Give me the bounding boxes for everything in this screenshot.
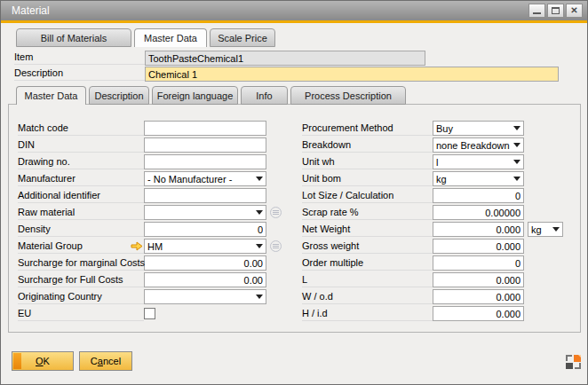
form-row-order-multiple: Order multiple: [302, 255, 563, 271]
form-row-net-weight: Net Weightkg: [302, 221, 563, 238]
label-manufacturer: Manufacturer: [18, 172, 144, 186]
detail-tabs: Master DataDescriptionForeign languageIn…: [16, 86, 406, 105]
procurement-method-dropdown[interactable]: Buy: [433, 121, 524, 136]
tab-info[interactable]: Info: [241, 86, 288, 105]
resize-corner-top-left: [566, 355, 572, 361]
dropdown-value: kg: [436, 174, 512, 185]
l-input[interactable]: [433, 272, 524, 287]
dropdown-arrow-icon: [256, 244, 263, 248]
label-unit-bom: Unit bom: [302, 172, 433, 186]
density-input[interactable]: [144, 222, 266, 237]
w-o-d-input[interactable]: [433, 289, 524, 304]
form-row-material-group: Material GroupHM: [18, 238, 282, 255]
maximize-icon: [552, 7, 560, 14]
gross-weight-input[interactable]: [433, 239, 524, 254]
maximize-button[interactable]: [547, 4, 564, 18]
drawing-no-input[interactable]: [144, 154, 266, 169]
cancel-button[interactable]: Cancel: [79, 351, 132, 371]
dropdown-value: HM: [147, 241, 254, 252]
dropdown-arrow-icon: [552, 227, 560, 232]
label-procurement-method: Procurement Method: [302, 122, 433, 136]
manufacturer-dropdown[interactable]: - No Manufacturer -: [144, 171, 266, 186]
eu-checkbox[interactable]: [144, 308, 155, 319]
label-surcharge-for-full-costs: Surcharge for Full Costs: [18, 273, 144, 287]
raw-material-dropdown[interactable]: [144, 205, 266, 220]
label-din: DIN: [18, 138, 144, 153]
tab-bill-of-materials[interactable]: Bill of Materials: [16, 28, 131, 47]
form-row-breakdown: Breakdownnone Breakdown: [302, 137, 563, 153]
label-unit-wh: Unit wh: [302, 155, 433, 169]
form-row-gross-weight: Gross weight: [302, 238, 563, 255]
form-row-w-o-d: W / o.d: [302, 288, 563, 305]
minimize-icon: [533, 12, 541, 14]
dropdown-arrow-icon: [513, 143, 520, 147]
label-gross-weight: Gross weight: [302, 240, 433, 254]
surcharge-for-full-costs-input[interactable]: [144, 272, 266, 287]
window-title: Material: [12, 4, 50, 17]
dropdown-value: none Breakdown: [436, 140, 512, 151]
order-multiple-input[interactable]: [433, 255, 524, 271]
unit-bom-dropdown[interactable]: kg: [433, 171, 524, 186]
surcharge-for-marginal-costs-input[interactable]: [144, 255, 266, 271]
form-row-match-code: Match code: [18, 120, 282, 137]
label-net-weight: Net Weight: [302, 223, 433, 237]
label-material-group: Material Group: [18, 240, 144, 254]
selection-list-icon[interactable]: [270, 207, 282, 218]
label-raw-material: Raw material: [18, 206, 144, 220]
tab-master-data[interactable]: Master Data: [134, 28, 207, 47]
label-breakdown: Breakdown: [302, 138, 433, 153]
form-row-unit-bom: Unit bomkg: [302, 170, 563, 187]
form-row-surcharge-for-marginal-costs: Surcharge for marginal Costs: [18, 255, 282, 271]
tab-master-data[interactable]: Master Data: [16, 86, 86, 105]
description-label: Description: [14, 67, 145, 81]
h-i-d-input[interactable]: [433, 306, 524, 321]
form-row-eu: EU: [18, 305, 282, 322]
match-code-input[interactable]: [144, 121, 266, 136]
form-row-surcharge-for-full-costs: Surcharge for Full Costs: [18, 271, 282, 288]
accent-line: [1, 20, 587, 23]
dropdown-arrow-icon: [256, 295, 263, 299]
form-row-density: Density: [18, 221, 282, 238]
breakdown-dropdown[interactable]: none Breakdown: [433, 138, 524, 153]
tab-scale-price[interactable]: Scale Price: [210, 28, 275, 47]
unit-wh-dropdown[interactable]: l: [433, 154, 524, 169]
form-row-drawing-no: Drawing no.: [18, 153, 282, 170]
scrap-rate-input[interactable]: [433, 205, 524, 220]
label-w-o-d: W / o.d: [302, 290, 433, 304]
form-row-manufacturer: Manufacturer- No Manufacturer -: [18, 170, 282, 187]
tab-process-description[interactable]: Process Description: [290, 86, 406, 105]
net-weight-input[interactable]: [433, 222, 524, 237]
dropdown-arrow-icon: [513, 177, 520, 181]
form-row-originating-country: Originating Country: [18, 288, 282, 305]
form-row-additional-identifier: Additional identifier: [18, 187, 282, 204]
originating-country-dropdown[interactable]: [144, 289, 266, 304]
net-weight-unit-dropdown[interactable]: kg: [528, 222, 563, 237]
minimize-button[interactable]: [528, 4, 545, 18]
form-row-lot-size-calculation: Lot Size / Calculation: [302, 187, 563, 204]
item-row: Item: [14, 51, 425, 66]
label-density: Density: [18, 223, 144, 237]
material-group-dropdown[interactable]: HM: [144, 239, 266, 254]
tab-description[interactable]: Description: [89, 86, 149, 105]
form-resize-icon[interactable]: [566, 355, 581, 369]
dropdown-value: l: [436, 157, 512, 168]
ok-button[interactable]: OK: [12, 351, 74, 371]
dropdown-arrow-icon: [513, 160, 520, 164]
additional-identifier-input[interactable]: [144, 188, 266, 203]
label-h-i-d: H / i.d: [302, 307, 433, 321]
close-button[interactable]: ✕: [566, 4, 583, 18]
link-arrow-icon[interactable]: [131, 241, 143, 251]
din-input[interactable]: [144, 138, 266, 153]
description-input[interactable]: [145, 67, 559, 82]
item-input: [145, 51, 425, 66]
label-eu: EU: [18, 307, 144, 321]
selection-list-icon[interactable]: [270, 240, 282, 252]
label-l: L: [302, 273, 433, 287]
material-window: Material ✕ Bill of MaterialsMaster DataS…: [0, 0, 588, 385]
tab-foreign-language[interactable]: Foreign language: [152, 86, 238, 105]
lot-size-calculation-input[interactable]: [433, 188, 524, 203]
dropdown-arrow-icon: [256, 177, 263, 181]
resize-corner-dark-square: [566, 363, 573, 369]
document-tabs: Bill of MaterialsMaster DataScale Price: [16, 28, 275, 47]
titlebar[interactable]: Material ✕: [1, 1, 587, 20]
